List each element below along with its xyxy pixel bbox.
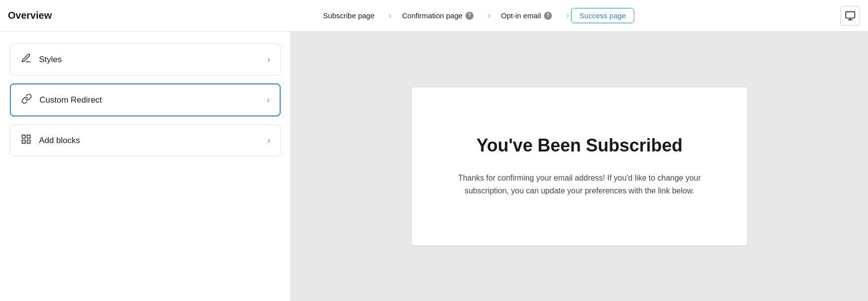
nav-step-label-optin: Opt-in email [501, 11, 541, 20]
svg-rect-3 [22, 135, 25, 138]
svg-rect-4 [27, 135, 30, 138]
nav-step-subscribe: Subscribe page› [315, 8, 394, 23]
nav-steps: Subscribe page›Confirmation page?›Opt-in… [315, 8, 634, 23]
nav-step-success: Success page [571, 8, 634, 23]
help-icon-optin[interactable]: ? [544, 12, 552, 20]
nav-step-btn-optin[interactable]: Opt-in email? [493, 8, 560, 23]
styles-icon [20, 53, 32, 66]
svg-rect-6 [22, 140, 25, 143]
nav-step-confirmation: Confirmation page?› [394, 8, 493, 23]
nav-step-label-success: Success page [579, 11, 626, 20]
sidebar-item-left-add-blocks: Add blocks [20, 134, 80, 147]
monitor-button[interactable] [840, 6, 860, 26]
preview-panel: You've Been Subscribed Thanks for confir… [291, 32, 868, 301]
sidebar-item-styles[interactable]: Styles› [10, 43, 281, 75]
sidebar-chevron-custom-redirect: › [267, 95, 270, 105]
help-icon-confirmation[interactable]: ? [466, 12, 473, 20]
sidebar-item-label-add-blocks: Add blocks [39, 136, 80, 146]
page-title: Overview [8, 10, 116, 21]
nav-step-label-subscribe: Subscribe page [323, 11, 374, 20]
sidebar-item-label-custom-redirect: Custom Redirect [39, 95, 102, 105]
sidebar-item-left-styles: Styles [20, 53, 62, 66]
sidebar-item-left-custom-redirect: Custom Redirect [21, 93, 102, 107]
chevron-separator: › [566, 10, 569, 21]
chevron-separator: › [389, 10, 392, 21]
sidebar: Styles›Custom Redirect›Add blocks› [0, 32, 291, 301]
svg-rect-0 [846, 11, 855, 18]
sidebar-item-custom-redirect[interactable]: Custom Redirect› [10, 83, 281, 116]
nav-step-btn-subscribe[interactable]: Subscribe page [315, 8, 383, 23]
header: Overview Subscribe page›Confirmation pag… [0, 0, 868, 32]
sidebar-chevron-styles: › [267, 54, 270, 65]
sidebar-chevron-add-blocks: › [267, 135, 270, 146]
add-blocks-icon [20, 134, 32, 147]
preview-card: You've Been Subscribed Thanks for confir… [412, 87, 747, 245]
preview-title: You've Been Subscribed [476, 135, 683, 156]
chevron-separator: › [488, 10, 491, 21]
nav-step-btn-success[interactable]: Success page [571, 8, 634, 23]
sidebar-item-label-styles: Styles [39, 55, 62, 65]
nav-step-label-confirmation: Confirmation page [402, 11, 463, 20]
svg-rect-5 [27, 140, 30, 143]
custom-redirect-icon [21, 93, 33, 107]
main-content: Styles›Custom Redirect›Add blocks› You'v… [0, 32, 868, 301]
nav-step-optin: Opt-in email?› [493, 8, 571, 23]
monitor-icon [845, 10, 856, 21]
sidebar-item-add-blocks[interactable]: Add blocks› [10, 124, 281, 156]
preview-body: Thanks for confirming your email address… [451, 172, 708, 197]
nav-step-btn-confirmation[interactable]: Confirmation page? [394, 8, 482, 23]
